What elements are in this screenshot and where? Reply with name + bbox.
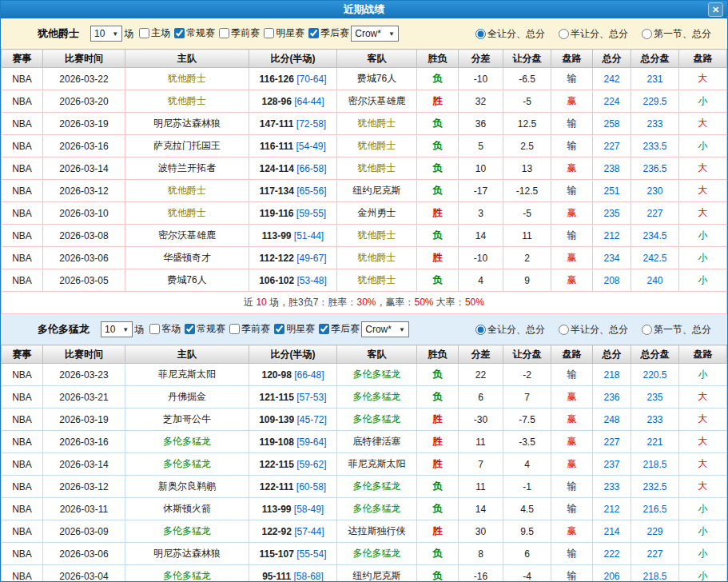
filter-checkbox-3[interactable]: 明星赛	[264, 26, 304, 40]
checkbox-input[interactable]	[229, 324, 240, 334]
radio-input[interactable]	[642, 29, 652, 39]
cell-away-team: 犹他爵士	[337, 135, 417, 157]
cell-away-team: 多伦多猛龙	[337, 409, 417, 431]
cell-home-team: 明尼苏达森林狼	[125, 543, 249, 565]
cell-date: 2026-03-23	[43, 364, 125, 386]
checkbox-input[interactable]	[219, 28, 229, 38]
filter-checkbox-4[interactable]: 季后赛	[308, 26, 349, 40]
cell-point-diff: 11	[459, 476, 503, 498]
column-header: 客队	[337, 345, 417, 364]
line-mode-radio-0[interactable]: 全让分、总分	[475, 323, 545, 337]
cell-score: 128-96 [64-44]	[249, 90, 337, 113]
summary-text: ，赢率：	[376, 297, 415, 308]
column-header: 胜负	[417, 345, 459, 364]
checkbox-input[interactable]	[174, 28, 185, 38]
cell-total-line: 220.5	[631, 364, 679, 386]
line-mode-radio-1[interactable]: 半让分、总分	[559, 27, 628, 41]
checkbox-input[interactable]	[139, 28, 149, 38]
line-mode-radio-2[interactable]: 第一节、总分	[642, 323, 711, 337]
checkbox-input[interactable]	[274, 324, 284, 334]
column-header: 让分盘	[503, 345, 551, 364]
crow-select[interactable]: Crow* ▼	[351, 26, 399, 42]
cell-total-points: 222	[593, 543, 631, 565]
cell-home-team: 丹佛掘金	[125, 386, 249, 409]
cell-score: 115-107 [55-54]	[249, 543, 337, 565]
cell-point-diff: 30	[459, 520, 503, 543]
cell-over-under: 小	[679, 520, 727, 543]
crow-select[interactable]: Crow* ▼	[361, 321, 409, 337]
cell-total-points: 258	[593, 113, 631, 135]
cell-away-team: 犹他爵士	[337, 113, 417, 135]
checkbox-input[interactable]	[319, 324, 329, 334]
cell-handicap-result: 赢	[551, 453, 593, 476]
radio-input[interactable]	[475, 29, 486, 39]
cell-date: 2026-03-10	[43, 202, 125, 225]
checkbox-input[interactable]	[149, 324, 160, 334]
cell-point-diff: 36	[459, 113, 503, 135]
column-header: 比分(半场)	[249, 50, 337, 68]
cell-score: 112-122 [49-67]	[249, 247, 337, 269]
cell-point-diff: 7	[459, 453, 503, 476]
checkbox-input[interactable]	[185, 324, 195, 334]
cell-total-points: 224	[593, 90, 631, 113]
checkbox-input[interactable]	[308, 28, 319, 38]
filter-bar: 犹他爵士 10 ▼ 场 主场常规赛季前赛明星赛季后赛 Crow* ▼ 全让分、总…	[1, 18, 727, 49]
cell-total-points: 238	[593, 157, 631, 180]
games-count-select[interactable]: 10 ▼	[101, 321, 133, 337]
games-count-select[interactable]: 10 ▼	[90, 26, 122, 42]
line-mode-radio-1[interactable]: 半让分、总分	[559, 323, 628, 337]
checkbox-label: 明星赛	[286, 322, 315, 336]
cell-home-team: 犹他爵士	[125, 90, 249, 113]
column-header: 盘路	[679, 345, 727, 364]
radio-label: 半让分、总分	[571, 323, 628, 337]
line-mode-radio-group: 全让分、总分半让分、总分第一节、总分	[471, 27, 722, 41]
result-row: NBA2026-03-16萨克拉门托国王116-111 [54-49]犹他爵士负…	[2, 135, 727, 157]
line-mode-radio-0[interactable]: 全让分、总分	[475, 27, 545, 41]
cell-score: 109-139 [45-72]	[249, 409, 337, 431]
summary-text: 近	[244, 297, 256, 308]
cell-handicap-line: -5	[503, 202, 551, 225]
filter-checkbox-1[interactable]: 常规赛	[174, 26, 215, 40]
column-header: 分差	[459, 345, 503, 364]
cell-result: 负	[417, 364, 459, 386]
filter-checkbox-0[interactable]: 主场	[139, 26, 170, 40]
cell-league: NBA	[2, 453, 43, 476]
cell-result: 胜	[417, 520, 459, 543]
radio-input[interactable]	[475, 325, 486, 335]
filter-checkbox-2[interactable]: 季前赛	[229, 322, 270, 336]
cell-over-under: 大	[679, 386, 727, 409]
checkbox-label: 常规赛	[197, 322, 225, 336]
games-count-value: 10	[94, 28, 112, 39]
cell-point-diff: 4	[459, 269, 503, 292]
filter-checkbox-4[interactable]: 季后赛	[319, 322, 360, 336]
cell-total-line: 231	[631, 68, 679, 90]
checkbox-label: 季前赛	[231, 26, 260, 40]
cell-handicap-line: -3.5	[503, 431, 551, 453]
cell-score: 119-116 [59-55]	[249, 202, 337, 225]
cell-total-points: 212	[593, 498, 631, 520]
cell-handicap-result: 输	[551, 498, 593, 520]
radio-input[interactable]	[559, 325, 569, 335]
filter-checkbox-0[interactable]: 客场	[149, 322, 181, 336]
checkbox-input[interactable]	[264, 28, 274, 38]
cell-home-team: 多伦多猛龙	[125, 565, 249, 582]
result-row: NBA2026-03-11休斯顿火箭113-99 [58-49]多伦多猛龙负14…	[2, 498, 727, 520]
cell-date: 2026-03-06	[43, 247, 125, 269]
radio-input[interactable]	[642, 325, 652, 335]
filter-checkbox-3[interactable]: 明星赛	[274, 322, 315, 336]
radio-input[interactable]	[559, 29, 569, 39]
cell-over-under: 大	[679, 68, 727, 90]
line-mode-radio-2[interactable]: 第一节、总分	[642, 27, 711, 41]
cell-score: 95-111 [58-68]	[249, 565, 337, 582]
cell-handicap-result: 输	[551, 68, 593, 90]
filter-checkbox-2[interactable]: 季前赛	[219, 26, 260, 40]
cell-total-line: 229	[631, 520, 679, 543]
close-button[interactable]: ✕	[708, 2, 723, 17]
cell-result: 负	[417, 180, 459, 202]
cell-total-line: 233	[631, 113, 679, 135]
cell-date: 2026-03-22	[43, 68, 125, 90]
filter-checkbox-1[interactable]: 常规赛	[185, 322, 225, 336]
cell-away-team: 费城76人	[337, 68, 417, 90]
line-mode-radio-group: 全让分、总分半让分、总分第一节、总分	[471, 323, 722, 337]
cell-score: 120-98 [66-48]	[249, 364, 337, 386]
